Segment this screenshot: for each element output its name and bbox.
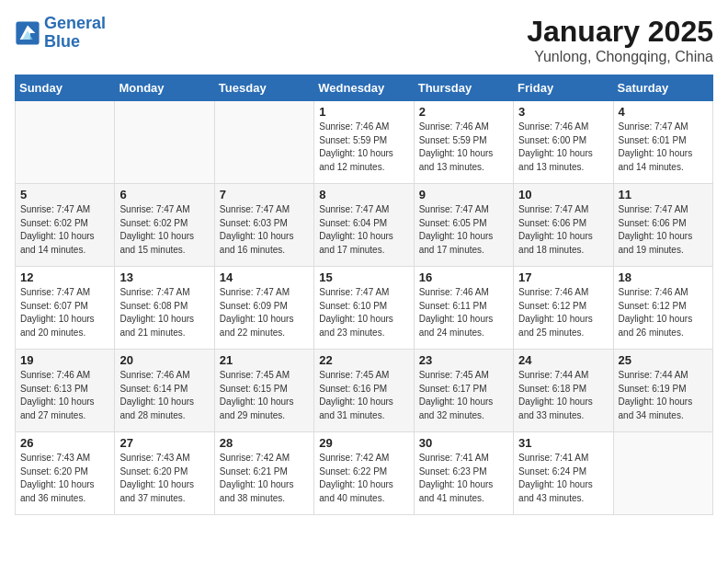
day-number: 6 — [119, 188, 209, 201]
calendar-cell: 29Sunrise: 7:42 AM Sunset: 6:22 PM Dayli… — [314, 432, 414, 515]
day-info: Sunrise: 7:47 AM Sunset: 6:06 PM Dayligh… — [619, 203, 708, 257]
day-info: Sunrise: 7:47 AM Sunset: 6:05 PM Dayligh… — [419, 203, 508, 257]
day-info: Sunrise: 7:44 AM Sunset: 6:18 PM Dayligh… — [518, 369, 608, 422]
day-number: 28 — [220, 436, 309, 450]
day-info: Sunrise: 7:46 AM Sunset: 6:12 PM Dayligh… — [518, 286, 608, 339]
calendar-cell: 8Sunrise: 7:47 AM Sunset: 6:04 PM Daylig… — [314, 184, 414, 267]
calendar-cell: 5Sunrise: 7:47 AM Sunset: 6:02 PM Daylig… — [16, 184, 115, 267]
day-number: 12 — [20, 270, 109, 284]
day-info: Sunrise: 7:45 AM Sunset: 6:16 PM Dayligh… — [319, 369, 408, 422]
calendar-cell: 17Sunrise: 7:46 AM Sunset: 6:12 PM Dayli… — [514, 267, 613, 350]
day-info: Sunrise: 7:46 AM Sunset: 5:59 PM Dayligh… — [319, 121, 408, 174]
day-number: 27 — [119, 436, 209, 450]
day-info: Sunrise: 7:42 AM Sunset: 6:22 PM Dayligh… — [319, 452, 408, 505]
weekday-header-friday: Friday — [514, 75, 613, 101]
day-number: 3 — [518, 105, 608, 119]
calendar-cell: 21Sunrise: 7:45 AM Sunset: 6:15 PM Dayli… — [214, 350, 313, 432]
day-number: 11 — [619, 188, 708, 201]
day-info: Sunrise: 7:47 AM Sunset: 6:06 PM Dayligh… — [518, 203, 608, 257]
calendar-cell: 19Sunrise: 7:46 AM Sunset: 6:13 PM Dayli… — [16, 350, 115, 432]
calendar-week-3: 12Sunrise: 7:47 AM Sunset: 6:07 PM Dayli… — [16, 267, 713, 350]
calendar-cell: 14Sunrise: 7:47 AM Sunset: 6:09 PM Dayli… — [214, 267, 313, 350]
calendar-cell: 18Sunrise: 7:46 AM Sunset: 6:12 PM Dayli… — [613, 267, 712, 350]
day-number: 13 — [119, 270, 209, 284]
calendar-cell: 28Sunrise: 7:42 AM Sunset: 6:21 PM Dayli… — [214, 432, 313, 515]
day-number: 21 — [220, 353, 309, 367]
day-info: Sunrise: 7:45 AM Sunset: 6:15 PM Dayligh… — [220, 369, 309, 422]
day-info: Sunrise: 7:47 AM Sunset: 6:07 PM Dayligh… — [20, 286, 109, 339]
day-number: 19 — [20, 353, 109, 367]
day-info: Sunrise: 7:46 AM Sunset: 6:14 PM Dayligh… — [119, 369, 209, 422]
day-info: Sunrise: 7:47 AM Sunset: 6:01 PM Dayligh… — [619, 121, 708, 174]
day-number: 24 — [518, 353, 608, 367]
weekday-header-thursday: Thursday — [414, 75, 513, 101]
calendar-cell: 11Sunrise: 7:47 AM Sunset: 6:06 PM Dayli… — [613, 184, 712, 267]
day-number: 14 — [220, 270, 309, 284]
day-info: Sunrise: 7:47 AM Sunset: 6:10 PM Dayligh… — [319, 286, 408, 339]
calendar-cell: 3Sunrise: 7:46 AM Sunset: 6:00 PM Daylig… — [514, 101, 613, 184]
day-number: 18 — [619, 270, 708, 284]
weekday-header-tuesday: Tuesday — [214, 75, 313, 101]
day-number: 23 — [419, 353, 508, 367]
logo-text: General Blue — [44, 15, 106, 52]
calendar-cell: 30Sunrise: 7:41 AM Sunset: 6:23 PM Dayli… — [414, 432, 513, 515]
day-number: 10 — [518, 188, 608, 201]
month-title: January 2025 — [527, 15, 713, 49]
calendar-cell: 6Sunrise: 7:47 AM Sunset: 6:02 PM Daylig… — [115, 184, 214, 267]
day-info: Sunrise: 7:47 AM Sunset: 6:04 PM Dayligh… — [319, 203, 408, 257]
page-header: General Blue January 2025 Yunlong, Chong… — [15, 15, 713, 65]
calendar-cell — [214, 101, 313, 184]
day-info: Sunrise: 7:44 AM Sunset: 6:19 PM Dayligh… — [619, 369, 708, 422]
calendar-cell: 10Sunrise: 7:47 AM Sunset: 6:06 PM Dayli… — [514, 184, 613, 267]
day-info: Sunrise: 7:41 AM Sunset: 6:24 PM Dayligh… — [518, 452, 608, 505]
calendar-body: 1Sunrise: 7:46 AM Sunset: 5:59 PM Daylig… — [16, 101, 713, 515]
logo: General Blue — [15, 15, 106, 52]
day-info: Sunrise: 7:43 AM Sunset: 6:20 PM Dayligh… — [20, 452, 109, 505]
calendar-cell: 31Sunrise: 7:41 AM Sunset: 6:24 PM Dayli… — [514, 432, 613, 515]
day-info: Sunrise: 7:43 AM Sunset: 6:20 PM Dayligh… — [119, 452, 209, 505]
day-number: 30 — [419, 436, 508, 450]
calendar-table: SundayMondayTuesdayWednesdayThursdayFrid… — [15, 75, 713, 515]
day-info: Sunrise: 7:47 AM Sunset: 6:08 PM Dayligh… — [119, 286, 209, 339]
weekday-header-saturday: Saturday — [613, 75, 712, 101]
day-number: 5 — [20, 188, 109, 201]
day-info: Sunrise: 7:42 AM Sunset: 6:21 PM Dayligh… — [220, 452, 309, 505]
weekday-header-wednesday: Wednesday — [314, 75, 414, 101]
day-info: Sunrise: 7:46 AM Sunset: 6:11 PM Dayligh… — [419, 286, 508, 339]
day-number: 7 — [220, 188, 309, 201]
day-number: 8 — [319, 188, 408, 201]
day-number: 4 — [619, 105, 708, 119]
calendar-cell: 20Sunrise: 7:46 AM Sunset: 6:14 PM Dayli… — [115, 350, 214, 432]
day-number: 20 — [119, 353, 209, 367]
day-number: 17 — [518, 270, 608, 284]
day-info: Sunrise: 7:46 AM Sunset: 5:59 PM Dayligh… — [419, 121, 508, 174]
calendar-week-2: 5Sunrise: 7:47 AM Sunset: 6:02 PM Daylig… — [16, 184, 713, 267]
calendar-week-5: 26Sunrise: 7:43 AM Sunset: 6:20 PM Dayli… — [16, 432, 713, 515]
location: Yunlong, Chongqing, China — [527, 49, 713, 65]
day-info: Sunrise: 7:47 AM Sunset: 6:02 PM Dayligh… — [119, 203, 209, 257]
day-number: 16 — [419, 270, 508, 284]
calendar-cell — [115, 101, 214, 184]
day-number: 29 — [319, 436, 408, 450]
calendar-cell: 2Sunrise: 7:46 AM Sunset: 5:59 PM Daylig… — [414, 101, 513, 184]
calendar-cell: 9Sunrise: 7:47 AM Sunset: 6:05 PM Daylig… — [414, 184, 513, 267]
day-number: 26 — [20, 436, 109, 450]
day-number: 25 — [619, 353, 708, 367]
weekday-header-sunday: Sunday — [16, 75, 115, 101]
calendar-cell: 27Sunrise: 7:43 AM Sunset: 6:20 PM Dayli… — [115, 432, 214, 515]
calendar-cell: 15Sunrise: 7:47 AM Sunset: 6:10 PM Dayli… — [314, 267, 414, 350]
day-info: Sunrise: 7:45 AM Sunset: 6:17 PM Dayligh… — [419, 369, 508, 422]
day-number: 15 — [319, 270, 408, 284]
day-info: Sunrise: 7:41 AM Sunset: 6:23 PM Dayligh… — [419, 452, 508, 505]
day-number: 22 — [319, 353, 408, 367]
calendar-cell — [16, 101, 115, 184]
day-info: Sunrise: 7:46 AM Sunset: 6:00 PM Dayligh… — [518, 121, 608, 174]
weekday-header-row: SundayMondayTuesdayWednesdayThursdayFrid… — [16, 75, 713, 101]
day-info: Sunrise: 7:47 AM Sunset: 6:09 PM Dayligh… — [220, 286, 309, 339]
day-info: Sunrise: 7:46 AM Sunset: 6:12 PM Dayligh… — [619, 286, 708, 339]
calendar-cell: 26Sunrise: 7:43 AM Sunset: 6:20 PM Dayli… — [16, 432, 115, 515]
calendar-cell: 25Sunrise: 7:44 AM Sunset: 6:19 PM Dayli… — [613, 350, 712, 432]
day-number: 2 — [419, 105, 508, 119]
calendar-week-1: 1Sunrise: 7:46 AM Sunset: 5:59 PM Daylig… — [16, 101, 713, 184]
calendar-cell: 12Sunrise: 7:47 AM Sunset: 6:07 PM Dayli… — [16, 267, 115, 350]
